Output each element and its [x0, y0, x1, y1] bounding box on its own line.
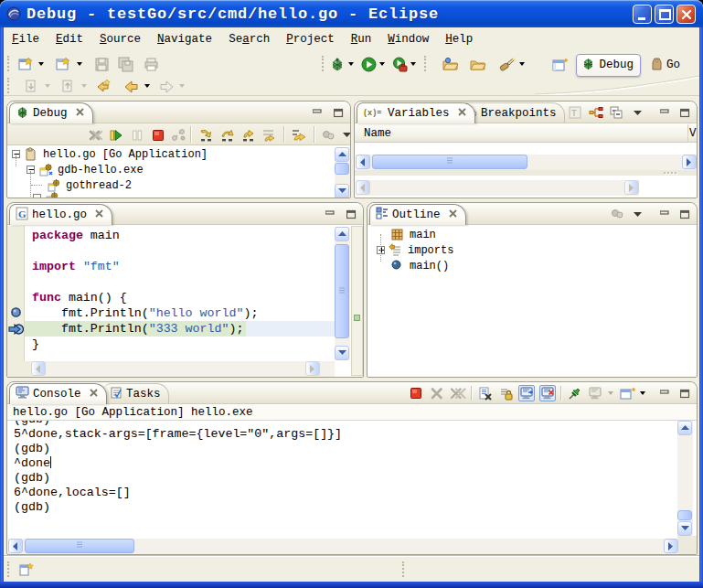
previous-annotation-button[interactable]	[58, 76, 78, 96]
tree-node-label[interactable]: hello.go [Go Application]	[38, 148, 208, 161]
editor-annotation-ruler[interactable]	[7, 226, 25, 377]
remove-all-launches-button[interactable]	[450, 385, 466, 401]
close-icon[interactable]	[457, 107, 467, 121]
tree-node-label[interactable]: main	[405, 229, 436, 241]
external-tools-button[interactable]	[389, 54, 410, 74]
menu-window[interactable]: Window	[379, 31, 437, 48]
tab-variables[interactable]: (x)= Variables	[357, 102, 475, 123]
instruction-pointer-icon[interactable]	[8, 324, 24, 338]
back-dropdown-icon[interactable]	[144, 83, 151, 89]
display-console-dropdown-icon[interactable]	[608, 390, 614, 396]
console-terminate-button[interactable]	[408, 385, 424, 401]
debug-dropdown-icon[interactable]	[348, 61, 355, 67]
run-dropdown-icon[interactable]	[379, 61, 386, 67]
detail-pane-hscrollbar[interactable]	[356, 180, 639, 196]
view-maximize-button[interactable]	[676, 206, 693, 222]
tab-debug[interactable]: Debug	[9, 102, 93, 123]
view-minimize-button[interactable]	[656, 385, 673, 401]
search-button[interactable]	[497, 54, 517, 74]
column-divider[interactable]	[687, 124, 688, 142]
tree-node-label[interactable]: gdb-hello.exe	[53, 164, 144, 176]
window-minimize-button[interactable]	[633, 5, 652, 24]
new-wizard-button[interactable]	[16, 54, 36, 74]
tab-tasks[interactable]: Tasks	[104, 383, 169, 404]
variables-hscrollbar[interactable]	[356, 155, 697, 170]
save-all-button[interactable]	[115, 54, 135, 74]
tree-node-label[interactable]: imports	[403, 244, 453, 257]
menu-navigate[interactable]: Navigate	[149, 31, 220, 48]
step-over-button[interactable]	[218, 125, 238, 145]
previous-annotation-dropdown-icon[interactable]	[81, 83, 88, 89]
menu-file[interactable]: File	[4, 31, 48, 48]
close-icon[interactable]	[89, 388, 99, 401]
view-menu-icon[interactable]	[339, 126, 351, 143]
view-maximize-button[interactable]	[676, 385, 693, 401]
resume-button[interactable]	[106, 125, 126, 145]
forward-dropdown-icon[interactable]	[179, 83, 186, 89]
show-type-names-button[interactable]: T	[567, 104, 583, 121]
menu-source[interactable]: Source	[91, 31, 149, 48]
open-console-button[interactable]	[619, 385, 635, 401]
forward-button[interactable]	[156, 76, 176, 96]
code-line[interactable]: fmt.Println("hello world");	[25, 305, 335, 321]
use-step-filters-button[interactable]	[290, 125, 310, 145]
variables-column-headers[interactable]: Name V	[355, 124, 697, 143]
fast-view-icon[interactable]	[18, 561, 35, 581]
back-button[interactable]	[121, 76, 141, 96]
remove-all-terminated-button[interactable]	[85, 125, 105, 145]
terminate-button[interactable]	[148, 125, 168, 145]
run-button[interactable]	[358, 54, 378, 74]
next-annotation-button[interactable]	[21, 76, 41, 96]
code-line[interactable]: fmt.Println("333 world");	[25, 321, 335, 337]
editor-text-area[interactable]: package mainimport "fmt"func main() { fm…	[25, 226, 335, 361]
menu-edit[interactable]: Edit	[48, 31, 91, 48]
breakpoint-icon[interactable]	[11, 307, 21, 321]
view-minimize-button[interactable]	[656, 206, 673, 222]
new-file-dropdown-icon[interactable]	[77, 61, 83, 67]
tab-console[interactable]: Console	[9, 383, 107, 404]
editor-overview-ruler[interactable]	[351, 226, 363, 376]
view-maximize-button[interactable]	[343, 206, 359, 222]
debug-button[interactable]	[327, 54, 347, 74]
menu-project[interactable]: Project	[278, 31, 343, 48]
new-wizard-dropdown-icon[interactable]	[38, 61, 45, 67]
step-into-button[interactable]	[197, 125, 217, 145]
console-text-area[interactable]: (gdb)5^done,stack-args=[frame={level="0"…	[9, 421, 677, 536]
console-vscrollbar[interactable]	[677, 421, 693, 536]
new-file-button[interactable]	[53, 54, 73, 74]
clear-console-button[interactable]	[476, 385, 493, 401]
code-line[interactable]: import "fmt"	[25, 259, 335, 274]
outline-tree-row[interactable]: main	[377, 227, 436, 242]
tab-outline[interactable]: Outline	[369, 204, 466, 225]
menu-help[interactable]: Help	[437, 31, 481, 48]
editor-hscrollbar[interactable]	[31, 361, 335, 377]
code-line[interactable]	[25, 243, 335, 259]
debug-tree-vscrollbar[interactable]	[335, 147, 350, 198]
view-minimize-button[interactable]	[656, 104, 673, 121]
tree-expander-icon[interactable]	[33, 194, 41, 198]
column-name[interactable]: Name	[355, 127, 391, 140]
collapse-all-button[interactable]	[609, 104, 625, 121]
view-menu-icon[interactable]	[630, 206, 646, 222]
editor-vscrollbar[interactable]	[335, 227, 350, 360]
pin-console-button[interactable]	[566, 385, 582, 401]
external-tools-dropdown-icon[interactable]	[410, 61, 417, 67]
save-button[interactable]	[91, 54, 112, 74]
outline-tree-row[interactable]: main()	[377, 258, 449, 273]
print-button[interactable]	[141, 54, 161, 74]
window-close-button[interactable]	[676, 5, 696, 24]
close-icon[interactable]	[94, 208, 104, 222]
code-line[interactable]	[25, 274, 335, 290]
view-minimize-button[interactable]	[322, 206, 338, 222]
console-hscrollbar[interactable]	[8, 539, 678, 554]
close-icon[interactable]	[448, 208, 458, 222]
suspend-button[interactable]	[127, 125, 147, 145]
debug-menu-button[interactable]	[318, 125, 338, 145]
window-maximize-button[interactable]	[655, 5, 674, 24]
view-maximize-button[interactable]	[330, 104, 346, 121]
debug-tree-row[interactable]	[33, 190, 64, 198]
search-dropdown-icon[interactable]	[519, 61, 526, 67]
step-return-button[interactable]	[239, 125, 259, 145]
code-line[interactable]: package main	[25, 228, 335, 243]
scroll-lock-button[interactable]	[497, 385, 514, 401]
